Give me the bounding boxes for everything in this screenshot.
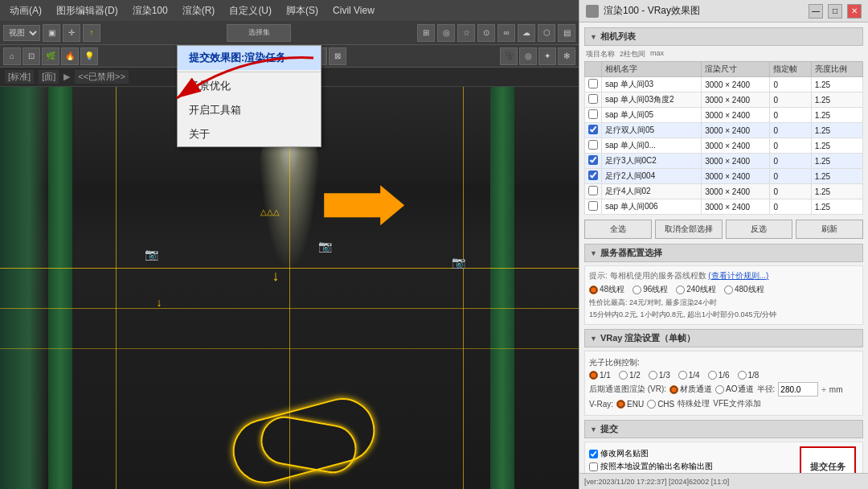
- toolbar-arrow-icon[interactable]: ↑: [83, 24, 100, 42]
- lr-1-3[interactable]: 1/3: [649, 371, 670, 380]
- lr-1-2-radio[interactable]: [619, 371, 628, 380]
- toolbar2-icon2[interactable]: ⊡: [23, 47, 40, 65]
- row-check-cell[interactable]: [585, 92, 602, 108]
- vray-enu-radio[interactable]: [616, 400, 625, 409]
- lr-1-6[interactable]: 1/6: [708, 371, 730, 380]
- checkbox-output-input[interactable]: [589, 462, 598, 471]
- row-check-cell[interactable]: [585, 77, 602, 92]
- toolbar2-icon12[interactable]: ◎: [519, 47, 537, 65]
- toolbar2-icon3[interactable]: 🌿: [42, 47, 59, 65]
- toolbar-select-icon[interactable]: ▣: [43, 24, 60, 42]
- menu-script[interactable]: 脚本(S): [280, 2, 325, 19]
- thread-480-radio[interactable]: [724, 286, 733, 294]
- cam-checkbox-2[interactable]: [588, 109, 598, 119]
- thread-96[interactable]: 96线程: [633, 284, 668, 295]
- toolbar2-icon14[interactable]: ✻: [558, 47, 575, 65]
- toolbar-icon7[interactable]: ⬡: [538, 24, 555, 42]
- vray-chs[interactable]: CHS: [647, 400, 674, 409]
- thread-96-radio[interactable]: [633, 286, 641, 294]
- menu-render-r[interactable]: 渲染(R): [176, 2, 222, 19]
- toolbar-icon4[interactable]: ⊙: [477, 24, 495, 42]
- lr-1-8[interactable]: 1/8: [738, 371, 760, 380]
- thread-240[interactable]: 240线程: [676, 284, 716, 295]
- toolbar-icon5[interactable]: ∞: [497, 24, 515, 42]
- cam-checkbox-8[interactable]: [588, 201, 598, 211]
- lr-1-6-radio[interactable]: [708, 371, 717, 380]
- menu-animation[interactable]: 动画(A): [3, 2, 48, 19]
- lr-1-8-radio[interactable]: [738, 371, 747, 380]
- menu-graph-editor[interactable]: 图形编辑器(D): [50, 2, 125, 19]
- thread-480[interactable]: 480线程: [724, 284, 764, 295]
- inverse-button[interactable]: 反选: [726, 220, 793, 239]
- menu-bar: 动画(A) 图形编辑器(D) 渲染100 渲染(R) 自定义(U) 脚本(S) …: [0, 0, 579, 21]
- toolbar-filter[interactable]: 选择集: [227, 24, 291, 42]
- cam-checkbox-1[interactable]: [588, 94, 598, 104]
- menu-civil-view[interactable]: Civil View: [326, 3, 381, 18]
- gi-option1[interactable]: 材质通道: [669, 384, 712, 395]
- toolbar2-icon10[interactable]: ⊠: [329, 47, 346, 65]
- half-value-input[interactable]: [778, 382, 818, 397]
- view-select[interactable]: 视图: [3, 25, 40, 41]
- cam-checkbox-6[interactable]: [588, 171, 598, 180]
- lr-1-4-radio[interactable]: [678, 371, 687, 380]
- dropdown-item-toolbox[interactable]: 开启工具箱: [178, 98, 321, 122]
- cam-checkbox-4[interactable]: [588, 140, 598, 150]
- close-button[interactable]: ✕: [847, 4, 862, 18]
- submit-task-button[interactable]: 提交任务: [800, 446, 856, 473]
- dropdown-item-submit[interactable]: 提交效果图:渲染任务: [178, 46, 321, 70]
- thread-48-radio[interactable]: [589, 286, 598, 294]
- vray-chs-radio[interactable]: [647, 400, 656, 409]
- toolbar2-icon5[interactable]: 💡: [80, 47, 98, 65]
- select-all-button[interactable]: 全选: [584, 220, 652, 239]
- toolbar-icon8[interactable]: ▤: [558, 24, 575, 42]
- row-check-cell[interactable]: [585, 108, 602, 123]
- vray-enu[interactable]: ENU: [616, 400, 644, 409]
- lr-1-1-radio[interactable]: [589, 371, 598, 380]
- lr-1-3-radio[interactable]: [649, 371, 657, 380]
- row-check-cell[interactable]: [585, 184, 602, 199]
- refresh-button[interactable]: 刷新: [796, 220, 863, 239]
- dropdown-item-about[interactable]: 关于: [178, 122, 321, 146]
- maximize-button[interactable]: □: [828, 4, 842, 18]
- dialog-title-text: 渲染100 - VRay效果图: [604, 4, 804, 18]
- toolbar2-icon1[interactable]: ⌂: [3, 47, 21, 65]
- toolbar-icon6[interactable]: ☁: [518, 24, 535, 42]
- submit-title: 提交: [600, 423, 618, 435]
- checkbox-rename[interactable]: 修改网名贴图: [589, 448, 649, 459]
- lr-1-1-label: 1/1: [600, 371, 611, 380]
- dropdown-item-scene-opt[interactable]: 场景优化: [178, 74, 321, 98]
- cam-checkbox-5[interactable]: [588, 155, 598, 165]
- toolbar2-icon13[interactable]: ✦: [538, 47, 556, 65]
- toolbar2-icon11[interactable]: 🎥: [500, 47, 518, 65]
- row-check-cell[interactable]: [585, 154, 602, 169]
- pricing-link[interactable]: (查看计价规则...): [708, 271, 768, 280]
- row-check-cell[interactable]: [585, 123, 602, 138]
- gi-opt2-radio[interactable]: [715, 385, 724, 394]
- cam-checkbox-0[interactable]: [588, 79, 598, 88]
- gi-opt2-label: AO通道: [726, 384, 753, 395]
- gi-option2[interactable]: AO通道: [715, 384, 753, 395]
- cam-checkbox-7[interactable]: [588, 186, 598, 195]
- toolbar-icon3[interactable]: ☆: [457, 24, 475, 42]
- row-check-cell[interactable]: [585, 169, 602, 184]
- minimize-button[interactable]: —: [809, 4, 823, 18]
- lr-1-2[interactable]: 1/2: [619, 371, 641, 380]
- checkbox-output[interactable]: 按照本地设置的输出名称输出图: [589, 461, 713, 472]
- checkbox-rename-input[interactable]: [589, 450, 598, 458]
- thread-48[interactable]: 48线程: [589, 284, 624, 295]
- menu-render100[interactable]: 渲染100: [126, 2, 174, 19]
- toolbar-move-icon[interactable]: ✛: [63, 24, 80, 42]
- toolbar2-icon4[interactable]: 🔥: [61, 47, 79, 65]
- lr-1-1[interactable]: 1/1: [589, 371, 611, 380]
- lr-1-4[interactable]: 1/4: [678, 371, 700, 380]
- camera-list-header: ▼ 相机列表: [584, 27, 863, 46]
- toolbar-icon1[interactable]: ⊞: [417, 24, 435, 42]
- toolbar-icon2[interactable]: ◎: [437, 24, 455, 42]
- row-check-cell[interactable]: [585, 138, 602, 154]
- cam-checkbox-3[interactable]: [588, 125, 598, 134]
- thread-240-radio[interactable]: [676, 286, 685, 294]
- row-check-cell[interactable]: [585, 199, 602, 215]
- menu-customize[interactable]: 自定义(U): [223, 2, 278, 19]
- gi-opt1-radio[interactable]: [669, 385, 678, 394]
- cancel-all-button[interactable]: 取消全部选择: [655, 220, 723, 239]
